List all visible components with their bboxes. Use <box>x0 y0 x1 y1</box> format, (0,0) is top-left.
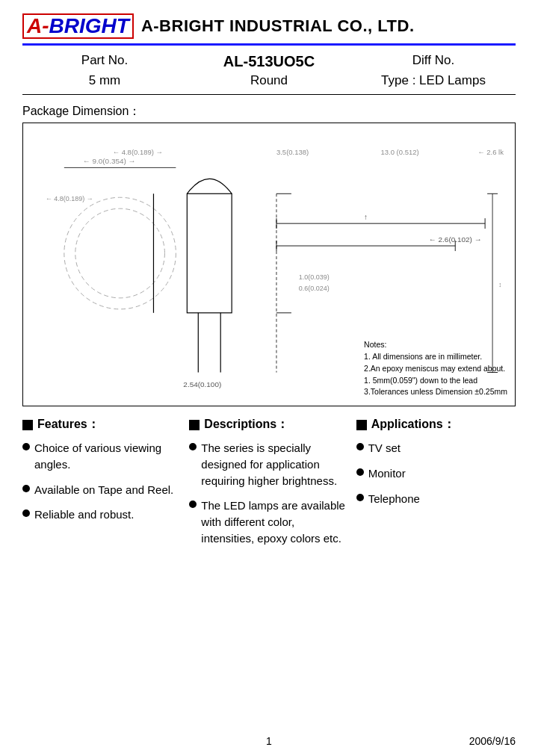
description-item-1: The series is specially designed for app… <box>189 440 348 489</box>
pkg-dimension-label: Package Dimension： <box>22 104 516 120</box>
notes-title: Notes: <box>364 339 507 351</box>
page: A-BRIGHT A-BRIGHT INDUSTRIAL CO., LTD. P… <box>0 0 538 756</box>
logo-bright: BRIGHT <box>49 14 129 37</box>
bullet-dot <box>356 494 364 501</box>
notes-line2: 2.An epoxy meniscus may extend about. <box>364 363 507 375</box>
svg-text:↑: ↑ <box>364 213 368 221</box>
company-name: A-BRIGHT INDUSTRIAL CO., LTD. <box>141 16 415 36</box>
part-no-label: Part No. <box>22 52 187 72</box>
feature-item-2: Available on Tape and Reel. <box>22 482 182 498</box>
svg-text:← 2.6(0.102) →: ← 2.6(0.102) → <box>429 235 482 244</box>
size-label: 5 mm <box>22 72 187 90</box>
bullet-dot <box>22 443 30 450</box>
applications-column: Applications： TV set Monitor Telephone <box>356 417 516 556</box>
notes-line1: 1. All dimensions are in millimeter. <box>364 351 507 363</box>
notes-box: Notes: 1. All dimensions are in millimet… <box>364 339 507 398</box>
part-info: Part No. AL-513UO5C Diff No. 5 mm Round … <box>22 52 516 95</box>
shape-label: Round <box>187 72 351 90</box>
descriptions-column: Descriptions： The series is specially de… <box>189 417 348 556</box>
applications-header: Applications： <box>356 417 516 433</box>
svg-text:← 9.0(0.354) →: ← 9.0(0.354) → <box>83 157 136 165</box>
logo-a: A <box>27 14 42 37</box>
bullet-dot <box>22 509 30 517</box>
features-column: Features： Choice of various viewing angl… <box>22 417 182 556</box>
application-item-2: Monitor <box>356 465 516 482</box>
features-header: Features： <box>22 417 182 433</box>
svg-text:3.5(0.138): 3.5(0.138) <box>276 148 309 156</box>
svg-text:0.6(0.024): 0.6(0.024) <box>299 285 330 292</box>
descriptions-header: Descriptions： <box>189 417 348 433</box>
bullet-dot <box>189 443 197 450</box>
svg-text:13.0 (0.512): 13.0 (0.512) <box>381 148 419 156</box>
svg-point-1 <box>75 208 165 298</box>
type-label: Type : LED Lamps <box>351 72 516 90</box>
logo-box: A-BRIGHT <box>22 13 134 39</box>
application-item-1: TV set <box>356 440 516 456</box>
applications-icon <box>356 420 367 430</box>
part-no-value: AL-513UO5C <box>187 52 351 72</box>
diff-no-label: Diff No. <box>351 52 516 72</box>
footer-date: 2006/9/16 <box>351 735 516 747</box>
description-item-2: The LED lamps are available with differe… <box>189 498 348 546</box>
notes-line3: 1. 5mm(0.059") down to the lead <box>364 375 507 387</box>
drawing-area: ← 9.0(0.354) → ↑ ← 2.6(0.102) → <box>22 123 516 406</box>
notes-line4: 3.Tolerances unless Dimension ±0.25mm <box>364 386 507 398</box>
svg-text:1.0(0.039): 1.0(0.039) <box>299 273 330 281</box>
feature-item-1: Choice of various viewing angles. <box>22 440 182 473</box>
svg-text:2.54(0.100): 2.54(0.100) <box>183 380 221 388</box>
feature-item-3: Reliable and robust. <box>22 506 182 523</box>
bullet-dot <box>356 468 364 476</box>
svg-text:← 4.8(0.189) →: ← 4.8(0.189) → <box>46 195 93 202</box>
application-item-3: Telephone <box>356 491 516 507</box>
svg-point-0 <box>64 197 176 309</box>
features-icon <box>22 420 33 430</box>
svg-rect-5 <box>187 193 232 313</box>
bullet-dot <box>22 485 30 492</box>
svg-text:← 4.8(0.189) →: ← 4.8(0.189) → <box>113 148 163 156</box>
features-section: Features： Choice of various viewing angl… <box>22 417 516 556</box>
page-number: 1 <box>187 735 351 747</box>
descriptions-icon <box>189 420 200 430</box>
header: A-BRIGHT A-BRIGHT INDUSTRIAL CO., LTD. <box>22 13 516 46</box>
bullet-dot <box>189 501 197 508</box>
svg-text:← 2.6 lk: ← 2.6 lk <box>477 148 504 156</box>
bullet-dot <box>356 443 364 450</box>
svg-text:↕: ↕ <box>498 281 501 288</box>
footer: 1 2006/9/16 <box>0 735 538 747</box>
